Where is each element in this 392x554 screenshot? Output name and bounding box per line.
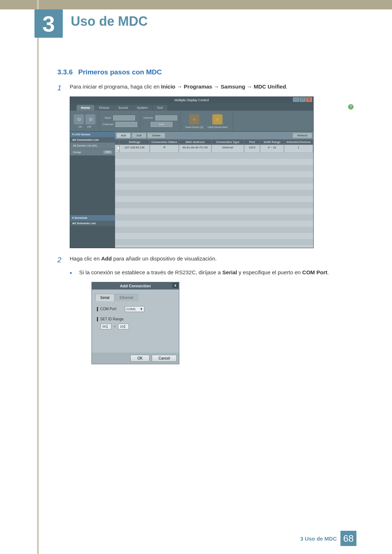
step-2: 2 Haga clic en Add para añadir un dispos… [57,255,356,265]
cell-mac: 40-61-86-4E-FC-65 [179,145,212,152]
sidebar-all-connection[interactable]: All Connection List [70,137,115,143]
th-setid: SetID Range [260,139,284,145]
stepper-icon: ▲▼ [123,324,127,329]
channel-field[interactable] [115,122,137,127]
setid-range-row: 00 ▲▼ ~ 10 ▲▼ [101,324,174,329]
th-mac: MAC Address [179,139,212,145]
step-number: 1 [57,83,70,93]
bullet-icon: • [70,268,79,277]
step-text: Haga clic en Add para añadir un disposit… [70,255,356,265]
help-icon[interactable]: ? [348,104,354,110]
range-to-stepper[interactable]: 10 ▲▼ [118,324,129,329]
refresh-button[interactable]: Refresh [293,133,312,138]
setid-label-row: SET ID Range [97,317,174,321]
tab-system[interactable]: System [132,105,152,111]
window-buttons: – □ x [293,97,312,102]
ribbon: ⏻ ⏻ On Off Input Channel [70,111,313,132]
cell-detected: 1 [284,145,313,152]
fault-device-icon[interactable]: ⚠ [189,114,199,124]
delete-button[interactable]: Delete [147,133,165,138]
cell-status [150,145,179,152]
section-title: Primeros pasos con MDC [78,68,162,76]
mute-field[interactable]: Mute [151,122,172,127]
tab-picture[interactable]: Picture [95,105,114,111]
range-separator: ~ [114,324,116,329]
device-table: Settings Connection Status MAC Address C… [115,139,313,248]
add-button[interactable]: Add [116,133,131,138]
th-settings: Settings [119,139,150,145]
sidebar-all-schedule[interactable]: All Schedule List [70,221,115,226]
sidebar-all-device[interactable]: All Device List (01) [70,143,115,149]
chevron-down-icon: ▼ [140,307,143,311]
volume-field[interactable] [155,115,177,120]
section-number: 3.3.6 [57,68,73,76]
cell-setid: 0 ~ 10 [260,145,284,152]
dialog-body: COM Port COM1 ▼ SET ID Range 00 ▲▼ ~ 10 … [92,301,179,353]
input-select[interactable] [113,115,135,120]
app-title: Multiple Display Control [175,98,209,102]
dialog-close-icon[interactable]: x [172,283,178,288]
tab-serial[interactable]: Serial [95,294,114,301]
sidebar-edit-button[interactable]: Edit [103,151,112,154]
th-conn-status: Connection Status [150,139,179,145]
th-port: Port [244,139,260,145]
toolbar: Add Edit Delete Refresh [115,132,313,139]
input-label: Input [105,116,111,119]
volume-label: Volume [143,116,153,119]
sidebar-group[interactable]: Group Edit [70,149,115,156]
com-port-select[interactable]: COM1 ▼ [125,306,144,312]
maximize-icon[interactable]: □ [299,97,306,102]
ribbon-volume-group: Volume . Mute [140,111,180,131]
com-port-label: COM Port [100,307,125,311]
fault-device-label: Fault Device (0) [185,126,203,128]
tab-ethernet[interactable]: Ethernet [115,294,138,301]
tab-tool[interactable]: Tool [152,105,167,111]
step-text: Para iniciar el programa, haga clic en I… [70,83,356,93]
cell-conn-type: Ethernet [212,145,244,152]
status-dot-icon [163,146,166,148]
sidebar-schedule-header[interactable]: ▾ Schedule [70,215,115,221]
dialog-footer: OK Cancel [92,353,179,364]
add-connection-dialog: Add Connection x Serial Ethernet COM Por… [91,282,179,364]
field-marker-icon [97,317,98,321]
minimize-icon[interactable]: – [293,97,299,102]
dialog-tabs: Serial Ethernet [92,290,179,301]
tab-home[interactable]: Home [77,105,94,111]
fault-alert-label: Fault Device Alert [208,126,228,128]
chapter-title: Uso de MDC [71,14,148,29]
edit-button[interactable]: Edit [132,133,146,138]
table-header: Settings Connection Status MAC Address C… [115,139,313,145]
step-number: 2 [57,255,70,265]
fault-alert-icon[interactable]: ⚠ [212,114,222,124]
table-empty-rows [115,153,313,248]
chapter-number-badge: 3 [34,9,63,38]
page-number-badge: 68 [340,531,356,546]
bullet-text: Si la conexión se establece a través de … [79,268,356,277]
cell-port: 1515 [244,145,260,152]
page-footer: 3 Uso de MDC 68 [300,531,356,546]
tab-sound[interactable]: Sound [114,105,132,111]
ok-button[interactable]: OK [130,355,149,362]
th-checkbox [115,139,119,145]
close-icon[interactable]: x [306,97,312,102]
table-row[interactable]: 107.108.89.126 40-61-86-4E-FC-65 Etherne… [115,145,313,153]
th-detected: Detected Devices [284,139,313,145]
main-area: Add Edit Delete Refresh Settings Connect… [115,132,313,248]
off-label: Off [87,125,91,128]
cell-settings: 107.108.89.126 [119,145,150,152]
sidebar-lfd-header[interactable]: ▾ LFD Device [70,132,115,137]
cancel-button[interactable]: Cancel [152,355,177,362]
range-from-stepper[interactable]: 00 ▲▼ [101,324,111,329]
on-label: On [78,125,82,128]
ribbon-fault-group: ⚠ Fault Device (0) ⚠ Fault Device Alert [180,111,233,131]
footer-chapter-text: 3 Uso de MDC [300,535,337,542]
power-off-icon[interactable]: ⏻ [85,114,95,124]
power-on-icon[interactable]: ⏻ [74,114,84,124]
th-conn-type: Connection Type [212,139,244,145]
sidebar: ▾ LFD Device All Connection List All Dev… [70,132,115,248]
page-content: 3.3.6 Primeros pasos con MDC 1 Para inic… [57,68,356,364]
section-heading: 3.3.6 Primeros pasos con MDC [57,68,356,76]
app-tabs: Home Picture Sound System Tool [70,103,313,111]
ribbon-power-group: ⏻ ⏻ On Off [70,111,99,131]
field-marker-icon [97,307,98,311]
